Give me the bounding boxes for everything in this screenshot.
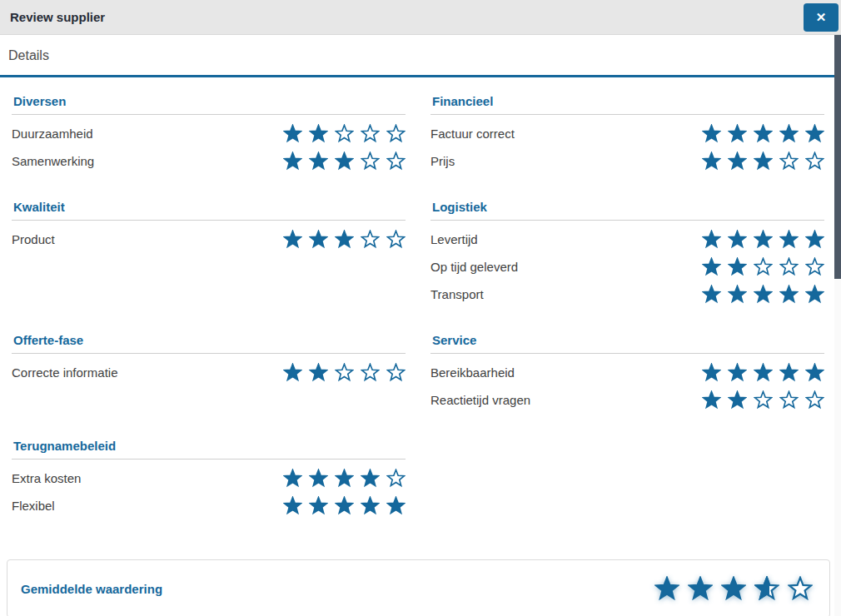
star-empty-icon[interactable] <box>361 124 380 143</box>
average-stars <box>646 576 813 601</box>
star-empty-icon[interactable] <box>386 230 406 249</box>
star-filled-icon[interactable] <box>309 496 328 515</box>
star-rating <box>276 230 406 249</box>
star-filled-icon[interactable] <box>309 152 328 171</box>
star-filled-icon[interactable] <box>754 124 773 143</box>
rating-label: Extra kosten <box>12 471 81 485</box>
category-title: Terugnamebeleid <box>12 439 406 460</box>
star-filled-icon[interactable] <box>728 230 747 249</box>
star-filled-icon[interactable] <box>728 285 747 304</box>
star-filled-icon[interactable] <box>335 496 354 515</box>
star-filled-icon[interactable] <box>702 152 721 171</box>
star-filled-icon[interactable] <box>805 230 824 249</box>
category-title: Offerte-fase <box>12 333 406 354</box>
star-rating <box>695 257 824 276</box>
star-filled-icon[interactable] <box>702 285 721 304</box>
star-empty-icon[interactable] <box>779 390 799 410</box>
star-empty-icon[interactable] <box>335 363 354 382</box>
star-filled-icon[interactable] <box>728 363 747 382</box>
star-empty-icon[interactable] <box>779 257 799 276</box>
scrollbar-thumb[interactable] <box>834 35 841 279</box>
star-empty-icon[interactable] <box>779 152 799 171</box>
star-filled-icon[interactable] <box>779 124 799 143</box>
star-empty-icon[interactable] <box>754 257 773 276</box>
tab-details[interactable]: Details <box>8 48 49 63</box>
star-empty-icon[interactable] <box>386 152 406 171</box>
star-filled-icon[interactable] <box>361 496 380 515</box>
star-empty-icon[interactable] <box>386 469 406 488</box>
star-rating <box>695 363 824 382</box>
star-filled-icon[interactable] <box>728 390 747 410</box>
star-filled-icon[interactable] <box>754 230 773 249</box>
star-filled-icon[interactable] <box>309 363 328 382</box>
rating-row: Factuur correct <box>430 120 824 147</box>
star-empty-icon[interactable] <box>386 363 406 382</box>
star-empty-icon[interactable] <box>805 390 824 410</box>
rating-row: Bereikbaarheid <box>430 359 824 386</box>
star-filled-icon[interactable] <box>779 230 799 249</box>
star-filled-icon[interactable] <box>335 230 354 249</box>
star-filled-icon[interactable] <box>361 469 380 488</box>
rating-label: Bereikbaarheid <box>430 365 515 380</box>
star-filled-icon[interactable] <box>335 469 354 488</box>
close-button[interactable]: ✕ <box>804 3 839 32</box>
star-filled-icon[interactable] <box>309 469 328 488</box>
rating-label: Flexibel <box>12 499 55 513</box>
star-rating <box>276 363 406 382</box>
star-filled-icon[interactable] <box>335 152 354 171</box>
star-filled-icon[interactable] <box>283 469 302 488</box>
star-filled-icon[interactable] <box>805 124 824 143</box>
category-section: Offerte-faseCorrecte informatie <box>12 333 406 414</box>
star-filled-icon[interactable] <box>702 257 721 276</box>
star-filled-icon[interactable] <box>754 363 773 382</box>
average-rating-box: Gemiddelde waardering <box>7 559 830 616</box>
star-filled-icon[interactable] <box>805 285 824 304</box>
star-filled-icon[interactable] <box>283 363 302 382</box>
average-rating-label: Gemiddelde waardering <box>21 582 162 596</box>
star-filled-icon[interactable] <box>702 230 721 249</box>
star-filled-icon[interactable] <box>702 390 721 410</box>
star-empty-icon[interactable] <box>335 124 354 143</box>
star-filled-icon[interactable] <box>702 363 721 382</box>
star-empty-icon[interactable] <box>386 124 406 143</box>
rating-label: Duurzaamheid <box>12 127 93 141</box>
star-empty-icon[interactable] <box>754 390 773 410</box>
star-empty-icon[interactable] <box>361 230 380 249</box>
star-filled-icon[interactable] <box>754 152 773 171</box>
star-filled-icon[interactable] <box>283 124 302 143</box>
rating-row: Reactietijd vragen <box>430 386 824 414</box>
category-title: Diversen <box>12 94 406 115</box>
rating-row: Correcte informatie <box>12 359 406 386</box>
star-filled-icon[interactable] <box>754 285 773 304</box>
rating-label: Product <box>12 232 55 246</box>
rating-label: Factuur correct <box>430 127 515 141</box>
rating-row: Levertijd <box>430 226 824 253</box>
star-filled-icon[interactable] <box>386 496 406 515</box>
star-filled-icon[interactable] <box>728 257 747 276</box>
star-rating <box>276 124 406 143</box>
star-empty-icon[interactable] <box>361 363 380 382</box>
star-filled-icon[interactable] <box>283 496 302 515</box>
star-filled-icon <box>721 576 746 601</box>
star-empty-icon[interactable] <box>805 152 824 171</box>
star-rating <box>276 469 406 488</box>
star-empty-icon[interactable] <box>361 152 380 171</box>
category-title: Logistiek <box>430 200 824 221</box>
star-filled-icon[interactable] <box>779 363 799 382</box>
rating-row: Prijs <box>430 147 824 175</box>
star-filled-icon[interactable] <box>309 124 328 143</box>
star-filled-icon[interactable] <box>728 152 747 171</box>
star-filled-icon[interactable] <box>805 363 824 382</box>
star-filled-icon[interactable] <box>283 152 302 171</box>
star-filled-icon[interactable] <box>283 230 302 249</box>
rating-row: Extra kosten <box>12 464 406 492</box>
star-filled-icon[interactable] <box>779 285 799 304</box>
star-filled-icon[interactable] <box>728 124 747 143</box>
star-half-icon <box>754 576 779 601</box>
modal-header: Review supplier ✕ <box>0 0 841 35</box>
star-empty-icon[interactable] <box>805 257 824 276</box>
star-filled-icon[interactable] <box>702 124 721 143</box>
star-rating <box>276 496 406 515</box>
star-filled-icon[interactable] <box>309 230 328 249</box>
rating-row: Samenwerking <box>12 147 406 175</box>
